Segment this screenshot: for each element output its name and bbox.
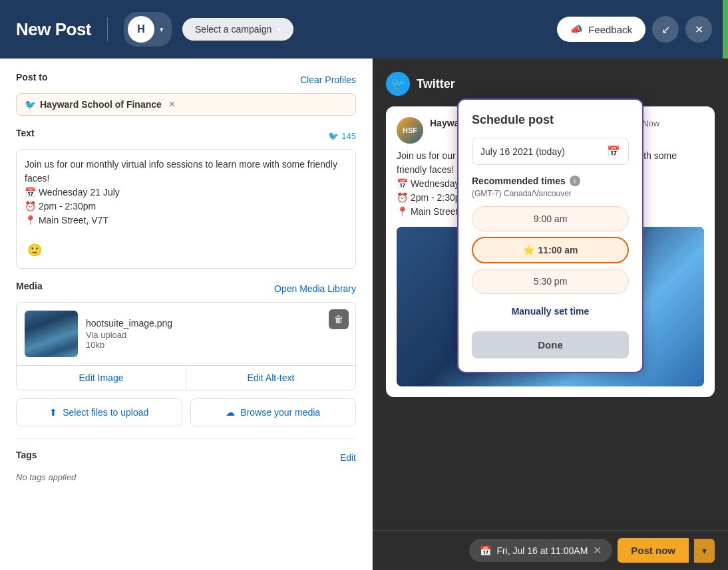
chevron-down-icon: ▾ xyxy=(160,25,164,34)
media-delete-button[interactable]: 🗑 xyxy=(329,309,349,329)
header: New Post H ▾ Select a campaign ▾ 📣 Feedb… xyxy=(0,0,728,59)
upload-section: ⬆ Select files to upload ☁ Browse your m… xyxy=(16,398,356,426)
time-label-9am: 9:00 am xyxy=(534,214,568,224)
schedule-pill-close-icon[interactable]: ✕ xyxy=(593,544,602,557)
time-label-530pm: 5:30 pm xyxy=(534,276,568,287)
campaign-select-button[interactable]: Select a campaign ▾ xyxy=(182,18,293,41)
twitter-header: 🐦 Twitter xyxy=(386,72,715,96)
media-info: hootsuite_image.png Via upload 10kb xyxy=(86,318,347,350)
media-filename: hootsuite_image.png xyxy=(86,318,347,329)
media-item-wrapper: hootsuite_image.png Via upload 10kb 🗑 Ed… xyxy=(16,302,356,390)
chevron-down-icon: ▾ xyxy=(343,100,347,109)
edit-image-button[interactable]: Edit Image xyxy=(17,366,186,390)
date-input[interactable]: July 16 2021 (today) 📅 xyxy=(472,138,629,165)
recommended-times-label: Recommended times xyxy=(472,176,566,186)
open-media-library-link[interactable]: Open Media Library xyxy=(274,283,356,294)
recommended-times-header: Recommended times i xyxy=(472,176,629,186)
tags-label: Tags xyxy=(16,450,37,460)
cloud-icon: ☁ xyxy=(226,407,235,418)
campaign-label: Select a campaign xyxy=(195,24,272,35)
post-text-input[interactable]: Join us for our monthly virtual info ses… xyxy=(25,158,347,237)
twitter-icon-count: 🐦 xyxy=(328,131,339,141)
avatar: HSF xyxy=(397,117,423,144)
text-section-header: Text 🐦 145 xyxy=(16,128,356,144)
profile-name: Hayward School of Finance xyxy=(40,99,162,110)
media-label: Media xyxy=(16,281,43,291)
select-files-button[interactable]: ⬆ Select files to upload xyxy=(16,398,182,426)
right-panel: 🐦 Twitter HSF Hayward School of Fina... … xyxy=(373,59,728,570)
post-now-button[interactable]: Post now xyxy=(618,538,689,563)
media-item-actions: Edit Image Edit Alt-text xyxy=(17,365,355,390)
clear-profiles-link[interactable]: Clear Profiles xyxy=(300,74,356,85)
time-label-11am: 11:00 am xyxy=(538,245,578,255)
tags-section: Tags Edit No tags applied xyxy=(16,438,356,483)
page-title: New Post xyxy=(16,19,91,40)
close-button[interactable]: ✕ xyxy=(685,16,712,43)
tags-section-header: Tags Edit xyxy=(16,450,356,466)
header-actions: 📣 Feedback ↙ ✕ xyxy=(557,16,712,43)
edit-alt-text-button[interactable]: Edit Alt-text xyxy=(186,366,355,390)
post-to-label: Post to xyxy=(16,72,47,82)
minimize-button[interactable]: ↙ xyxy=(652,16,679,43)
feedback-label: Feedback xyxy=(588,24,632,35)
schedule-pill: 📅 Fri, Jul 16 at 11:00AM ✕ xyxy=(469,539,612,562)
text-area-wrapper: Join us for our monthly virtual info ses… xyxy=(16,149,356,269)
date-value: July 16 2021 (today) xyxy=(480,146,565,157)
media-section-header: Media Open Media Library xyxy=(16,281,356,297)
header-divider xyxy=(107,17,108,41)
time-option-530pm[interactable]: 5:30 pm xyxy=(472,269,629,294)
post-to-selector[interactable]: 🐦 Hayward School of Finance ✕ ▾ xyxy=(16,93,356,116)
twitter-icon: 🐦 xyxy=(25,99,36,110)
star-icon: ⭐ xyxy=(523,245,534,255)
manually-set-time-button[interactable]: Manually set time xyxy=(472,299,629,323)
browse-media-button[interactable]: ☁ Browse your media xyxy=(190,398,357,426)
green-accent-stripe xyxy=(723,0,728,59)
chip-remove-icon[interactable]: ✕ xyxy=(168,100,175,109)
account-switcher-button[interactable]: H ▾ xyxy=(124,12,172,47)
minimize-icon: ↙ xyxy=(661,23,670,36)
building-image xyxy=(25,311,78,357)
trash-icon: 🗑 xyxy=(334,314,343,325)
text-section: Text 🐦 145 Join us for our monthly virtu… xyxy=(16,128,356,269)
post-to-section-header: Post to Clear Profiles xyxy=(16,72,356,88)
upload-icon: ⬆ xyxy=(49,407,57,418)
left-panel: Post to Clear Profiles 🐦 Hayward School … xyxy=(0,59,373,570)
timezone-label: (GMT-7) Canada/Vancouver xyxy=(472,189,629,198)
text-label: Text xyxy=(16,128,35,138)
twitter-logo-icon: 🐦 xyxy=(386,72,410,96)
tags-edit-link[interactable]: Edit xyxy=(340,452,356,463)
chevron-down-icon: ▾ xyxy=(702,545,707,556)
chevron-down-icon: ▾ xyxy=(277,25,281,34)
media-item: hootsuite_image.png Via upload 10kb 🗑 xyxy=(17,303,355,365)
char-count-value: 145 xyxy=(341,131,356,141)
char-count: 🐦 145 xyxy=(328,131,356,141)
media-thumbnail xyxy=(25,311,78,357)
media-size: 10kb xyxy=(86,340,347,350)
info-icon[interactable]: i xyxy=(570,176,580,186)
feedback-button[interactable]: 📣 Feedback xyxy=(557,17,645,42)
post-now-chevron-button[interactable]: ▾ xyxy=(694,539,715,563)
profile-chip: 🐦 Hayward School of Finance ✕ xyxy=(25,99,175,110)
scheduled-time-label: Fri, Jul 16 at 11:00AM xyxy=(496,545,588,556)
calendar-pill-icon: 📅 xyxy=(480,545,491,556)
hootsuite-badge: H xyxy=(128,16,154,43)
time-option-9am[interactable]: 9:00 am xyxy=(472,206,629,231)
browse-media-label: Browse your media xyxy=(240,407,320,418)
schedule-post-title: Schedule post xyxy=(472,113,629,127)
media-source: Via upload xyxy=(86,330,347,340)
time-option-11am[interactable]: ⭐ 11:00 am xyxy=(472,237,629,263)
schedule-post-overlay: Schedule post July 16 2021 (today) 📅 Rec… xyxy=(457,98,643,373)
main-content: Post to Clear Profiles 🐦 Hayward School … xyxy=(0,59,728,570)
calendar-icon: 📅 xyxy=(607,145,620,158)
close-icon: ✕ xyxy=(695,23,703,36)
no-tags-text: No tags applied xyxy=(16,472,76,482)
twitter-title: Twitter xyxy=(417,77,455,91)
select-files-label: Select files to upload xyxy=(63,407,148,418)
media-section: Media Open Media Library hootsuite_image… xyxy=(16,281,356,426)
feedback-icon: 📣 xyxy=(570,23,583,35)
bottom-bar: 📅 Fri, Jul 16 at 11:00AM ✕ Post now ▾ xyxy=(373,530,728,570)
done-button[interactable]: Done xyxy=(472,331,629,358)
emoji-button[interactable]: 🙂 xyxy=(25,240,45,260)
